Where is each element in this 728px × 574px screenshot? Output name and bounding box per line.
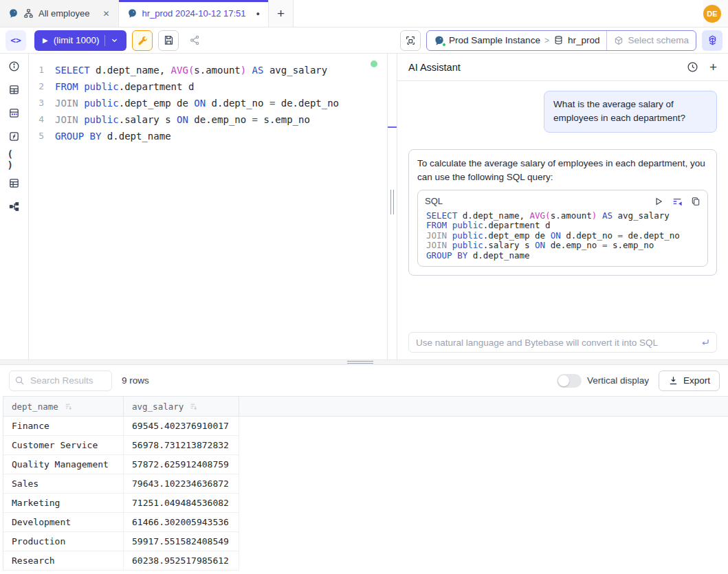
close-icon[interactable]: ✕ bbox=[102, 9, 109, 19]
share-button[interactable] bbox=[184, 30, 205, 51]
splitter-drag-handle[interactable] bbox=[347, 361, 373, 364]
results-toolbar: 9 rows Vertical display Export bbox=[0, 365, 728, 396]
table-row[interactable]: Quality Management57872.625912408759 bbox=[3, 455, 239, 474]
download-icon bbox=[668, 375, 679, 386]
run-button-label: (limit 1000) bbox=[54, 35, 100, 45]
sql-editor-app: All employee ✕ hr_prod 2024-10-12 17:51 … bbox=[0, 0, 728, 574]
table-icon[interactable] bbox=[8, 82, 21, 96]
sort-icon bbox=[189, 402, 198, 411]
cell-dept-name: Sales bbox=[3, 474, 124, 493]
schema-diagram-icon[interactable] bbox=[8, 106, 21, 120]
main-split: ( ) 1SELECT d.dept_name, AVG(s.amount) A… bbox=[0, 54, 728, 360]
tab-all-employee[interactable]: All employee ✕ bbox=[0, 0, 119, 27]
database-icon bbox=[553, 35, 564, 45]
new-chat-plus-icon[interactable]: + bbox=[709, 60, 717, 74]
parentheses-icon[interactable]: ( ) bbox=[8, 153, 21, 166]
search-icon bbox=[14, 375, 25, 386]
cell-avg-salary: 56978.731213872832 bbox=[124, 436, 239, 454]
left-icon-sidebar: ( ) bbox=[0, 54, 29, 360]
results-table-header: dept_name avg_salary bbox=[3, 396, 728, 417]
connection-status-dot bbox=[371, 60, 377, 67]
horizontal-splitter[interactable] bbox=[0, 360, 728, 365]
code-panel-toggle-button[interactable]: <> bbox=[5, 30, 26, 51]
history-clock-icon[interactable] bbox=[687, 61, 698, 73]
run-query-button[interactable]: ▶ (limit 1000) bbox=[34, 30, 126, 51]
vertical-display-label: Vertical display bbox=[587, 375, 649, 386]
save-button[interactable] bbox=[158, 30, 179, 51]
user-message-bubble: What is the average salary of employees … bbox=[544, 91, 717, 133]
column-header-avg-salary[interactable]: avg_salary bbox=[124, 397, 239, 416]
insert-to-editor-icon[interactable] bbox=[672, 196, 683, 207]
sql-editor-code: 1SELECT d.dept_name, AVG(s.amount) AS av… bbox=[29, 62, 387, 144]
cell-avg-salary: 61466.302005943536 bbox=[124, 513, 239, 531]
ai-prompt-input[interactable] bbox=[408, 332, 717, 353]
editor-toolbar: <> ▶ (limit 1000) bbox=[0, 27, 728, 54]
cell-dept-name: Finance bbox=[3, 417, 124, 435]
unsaved-dot-icon: ● bbox=[256, 10, 260, 17]
schema-placeholder: Select schema bbox=[628, 35, 689, 45]
schema-selector[interactable]: Select schema bbox=[606, 31, 696, 50]
tab-label: hr_prod 2024-10-12 17:51 bbox=[142, 8, 246, 19]
postgres-icon bbox=[8, 8, 19, 19]
results-table-body: Finance69545.402376910017Customer Servic… bbox=[3, 417, 239, 571]
new-tab-button[interactable]: + bbox=[269, 0, 294, 27]
toggle-knob bbox=[558, 375, 569, 386]
info-icon[interactable] bbox=[8, 59, 21, 73]
table-row[interactable]: Sales79643.102234636872 bbox=[3, 474, 239, 494]
ai-assistant-panel: AI Assistant + What is the average salar… bbox=[397, 54, 728, 360]
tab-hr-prod[interactable]: hr_prod 2024-10-12 17:51 ● bbox=[119, 0, 269, 27]
ai-assistant-button[interactable] bbox=[702, 30, 723, 51]
button-divider bbox=[104, 35, 105, 46]
sort-icon bbox=[64, 402, 73, 411]
results-panel: 9 rows Vertical display Export dept_name… bbox=[0, 365, 728, 574]
format-sql-icon bbox=[405, 35, 416, 46]
cell-avg-salary: 69545.402376910017 bbox=[124, 417, 239, 435]
instance-database-selector[interactable]: Prod Sample Instance > hr_prod bbox=[427, 31, 606, 50]
run-code-icon[interactable] bbox=[654, 197, 663, 206]
schema-cube-icon bbox=[614, 36, 624, 45]
ai-panel-header: AI Assistant + bbox=[397, 54, 728, 81]
share-icon bbox=[189, 34, 201, 46]
table-row[interactable]: Development61466.302005943536 bbox=[3, 513, 239, 532]
user-avatar[interactable]: DE bbox=[703, 5, 721, 23]
vertical-display-toggle[interactable] bbox=[557, 374, 582, 388]
worksheet-shared-icon bbox=[23, 8, 34, 19]
table-row[interactable]: Finance69545.402376910017 bbox=[3, 417, 239, 436]
cell-dept-name: Production bbox=[3, 532, 124, 551]
cell-avg-salary: 60238.952517985612 bbox=[124, 551, 239, 570]
table-row[interactable]: Production59917.551582408549 bbox=[3, 532, 239, 551]
cell-dept-name: Quality Management bbox=[3, 455, 124, 474]
scroll-indicator bbox=[388, 126, 397, 128]
splitter-drag-handle[interactable] bbox=[390, 190, 394, 214]
cell-dept-name: Research bbox=[3, 551, 124, 570]
status-green-dot bbox=[442, 43, 446, 47]
ai-response-text: To calculate the average salary of emplo… bbox=[417, 158, 705, 182]
save-icon bbox=[163, 34, 175, 46]
format-sql-button[interactable] bbox=[400, 30, 421, 51]
postgres-icon bbox=[434, 35, 445, 46]
sql-editor[interactable]: 1SELECT d.dept_name, AVG(s.amount) AS av… bbox=[29, 54, 387, 360]
enter-return-icon[interactable] bbox=[700, 337, 711, 348]
postgres-icon bbox=[127, 8, 137, 19]
table-row[interactable]: Research60238.952517985612 bbox=[3, 551, 239, 571]
database-name: hr_prod bbox=[568, 35, 600, 45]
openai-icon bbox=[707, 34, 718, 46]
vertical-splitter[interactable] bbox=[387, 54, 397, 360]
function-icon[interactable] bbox=[8, 129, 21, 143]
column-header-dept-name[interactable]: dept_name bbox=[3, 397, 124, 416]
export-button[interactable]: Export bbox=[659, 371, 720, 391]
table-row[interactable]: Customer Service56978.731213872832 bbox=[3, 436, 239, 455]
flow-icon[interactable] bbox=[8, 199, 21, 213]
copy-icon[interactable] bbox=[691, 197, 701, 206]
table-row[interactable]: Marketing71251.049484536082 bbox=[3, 494, 239, 513]
play-icon: ▶ bbox=[43, 36, 48, 44]
cell-avg-salary: 79643.102234636872 bbox=[124, 474, 239, 493]
ai-panel-title: AI Assistant bbox=[408, 62, 461, 73]
ai-chat-area: What is the average salary of employees … bbox=[397, 81, 728, 327]
breadcrumb-separator: > bbox=[544, 36, 549, 45]
tables-icon[interactable] bbox=[8, 176, 21, 190]
cell-dept-name: Marketing bbox=[3, 494, 124, 512]
wrench-icon bbox=[137, 34, 148, 46]
format-wrench-button[interactable] bbox=[132, 30, 153, 51]
chevron-down-icon bbox=[111, 36, 118, 44]
